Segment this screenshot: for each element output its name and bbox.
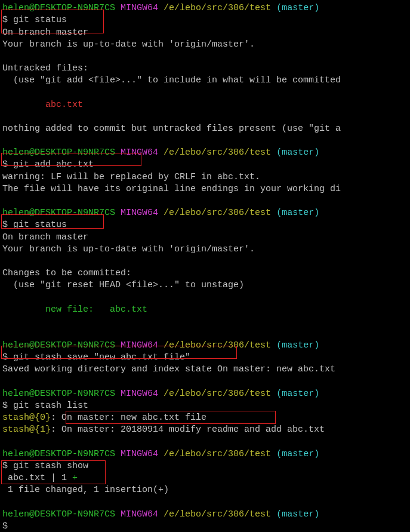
command-line[interactable]: $ git status xyxy=(2,219,410,231)
user-host: helen@DESKTOP-N9NR7CS xyxy=(2,208,115,218)
user-host: helen@DESKTOP-N9NR7CS xyxy=(2,147,115,158)
prompt-line: helen@DESKTOP-N9NR7CS MINGW64 /e/lebo/sr… xyxy=(2,207,410,219)
prompt-dollar: $ xyxy=(2,15,8,25)
cwd-path: /e/lebo/src/306/test xyxy=(164,509,271,519)
prompt-line: helen@DESKTOP-N9NR7CS MINGW64 /e/lebo/sr… xyxy=(2,388,410,400)
output-line: Untracked files: xyxy=(2,63,410,75)
cwd-path: /e/lebo/src/306/test xyxy=(164,340,271,350)
command-line[interactable]: $ git stash save "new abc.txt file" xyxy=(2,352,410,364)
mingw-tag: MINGW64 xyxy=(121,340,158,350)
output-line: Your branch is up-to-date with 'origin/m… xyxy=(2,39,410,51)
branch-name: (master) xyxy=(276,340,319,350)
prompt-dollar: $ xyxy=(2,159,8,170)
prompt-line: helen@DESKTOP-N9NR7CS MINGW64 /e/lebo/sr… xyxy=(2,147,410,159)
output-line: On branch master xyxy=(2,232,410,244)
user-host: helen@DESKTOP-N9NR7CS xyxy=(2,449,115,459)
mingw-tag: MINGW64 xyxy=(121,3,158,13)
mingw-tag: MINGW64 xyxy=(121,208,158,218)
command-line[interactable]: $ git add abc.txt xyxy=(2,159,410,171)
stash-entry: stash@{1}: On master: 20180914 modify re… xyxy=(2,424,410,436)
user-host: helen@DESKTOP-N9NR7CS xyxy=(2,389,115,399)
output-line: The file will have its original line end… xyxy=(2,183,410,195)
prompt-dollar: $ xyxy=(2,352,8,362)
command-text: git status xyxy=(13,220,67,230)
prompt-line: helen@DESKTOP-N9NR7CS MINGW64 /e/lebo/sr… xyxy=(2,340,410,352)
prompt-line: helen@DESKTOP-N9NR7CS MINGW64 /e/lebo/sr… xyxy=(2,448,410,460)
user-host: helen@DESKTOP-N9NR7CS xyxy=(2,3,115,13)
diffstat-line: abc.txt | 1 + xyxy=(2,472,410,484)
prompt-line: helen@DESKTOP-N9NR7CS MINGW64 /e/lebo/sr… xyxy=(2,2,410,14)
cwd-path: /e/lebo/src/306/test xyxy=(164,147,271,158)
mingw-tag: MINGW64 xyxy=(121,449,158,459)
branch-name: (master) xyxy=(276,208,319,218)
command-text: git stash list xyxy=(13,401,88,411)
command-line[interactable]: $ git stash show xyxy=(2,460,410,472)
output-line: Changes to be committed: xyxy=(2,267,410,279)
branch-name: (master) xyxy=(276,389,319,399)
user-host: helen@DESKTOP-N9NR7CS xyxy=(2,340,115,350)
prompt-dollar: $ xyxy=(2,401,8,411)
branch-name: (master) xyxy=(276,449,319,459)
prompt-dollar: $ xyxy=(2,461,8,471)
mingw-tag: MINGW64 xyxy=(121,147,158,158)
stash-msg: On master: new abc.txt file xyxy=(61,413,206,423)
command-text: git stash show xyxy=(13,461,88,471)
command-line[interactable]: $ xyxy=(2,521,410,532)
stash-msg: : On master: 20180914 modify readme and … xyxy=(51,425,325,435)
command-line[interactable]: $ git stash list xyxy=(2,400,410,412)
plus-icon: + xyxy=(72,473,78,483)
output-line: 1 file changed, 1 insertion(+) xyxy=(2,484,410,496)
prompt-line: helen@DESKTOP-N9NR7CS MINGW64 /e/lebo/sr… xyxy=(2,509,410,521)
cwd-path: /e/lebo/src/306/test xyxy=(164,449,271,459)
stash-ref: stash@{1} xyxy=(2,425,51,435)
output-line: (use "git add <file>..." to include in w… xyxy=(2,75,410,87)
branch-name: (master) xyxy=(276,509,319,519)
cwd-path: /e/lebo/src/306/test xyxy=(164,208,271,218)
user-host: helen@DESKTOP-N9NR7CS xyxy=(2,509,115,519)
command-text: git add abc.txt xyxy=(13,159,94,170)
output-line: warning: LF will be replaced by CRLF in … xyxy=(2,171,410,183)
stash-ref: stash@{0} xyxy=(2,413,51,423)
output-line: (use "git reset HEAD <file>..." to unsta… xyxy=(2,279,410,291)
prompt-dollar: $ xyxy=(2,220,8,230)
mingw-tag: MINGW64 xyxy=(121,509,158,519)
cwd-path: /e/lebo/src/306/test xyxy=(164,3,271,13)
prompt-dollar: $ xyxy=(2,521,8,531)
stash-entry: stash@{0}: On master: new abc.txt file xyxy=(2,412,410,424)
output-line: nothing added to commit but untracked fi… xyxy=(2,123,410,135)
mingw-tag: MINGW64 xyxy=(121,389,158,399)
command-text: git status xyxy=(13,15,67,25)
staged-file: new file: abc.txt xyxy=(2,304,410,316)
output-line: On branch master xyxy=(2,27,410,39)
untracked-file: abc.txt xyxy=(2,99,410,111)
output-line: Saved working directory and index state … xyxy=(2,364,410,376)
cwd-path: /e/lebo/src/306/test xyxy=(164,389,271,399)
branch-name: (master) xyxy=(276,147,319,158)
output-line: Your branch is up-to-date with 'origin/m… xyxy=(2,244,410,256)
branch-name: (master) xyxy=(276,3,319,13)
command-line[interactable]: $ git status xyxy=(2,14,410,26)
command-text: git stash save "new abc.txt file" xyxy=(13,352,190,362)
